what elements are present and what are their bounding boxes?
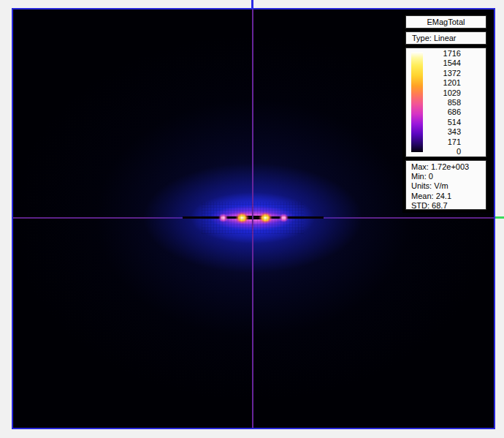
colorbar-tick: 343	[427, 127, 461, 137]
stat-min: Min: 0	[411, 172, 486, 181]
horizontal-axis-marker-icon	[495, 216, 504, 219]
colorbar-section: 1716 1544 1372 1201 1029 858 686 514 343…	[405, 48, 486, 157]
colorbar-tick: 1544	[427, 58, 461, 68]
field-cell-grid	[202, 202, 304, 234]
colorbar-tick: 0	[427, 147, 461, 156]
colorbar-tick: 1716	[427, 49, 461, 58]
legend-title: EMagTotal	[405, 15, 486, 29]
colorbar-tick: 514	[427, 118, 461, 127]
stat-units: Units: V/m	[411, 181, 486, 191]
stat-max: Max: 1.72e+003	[411, 162, 486, 172]
colorbar-tick: 171	[427, 137, 461, 147]
colorbar-tick: 858	[427, 98, 461, 107]
field-plot-window: EMagTotal Type: Linear 1716 1544 1372 12…	[0, 0, 504, 438]
colorbar-tick: 1372	[427, 69, 461, 78]
legend-stats-section: Max: 1.72e+003 Min: 0 Units: V/m Mean: 2…	[405, 160, 486, 210]
colorbar-tick: 686	[427, 107, 461, 117]
stat-std: STD: 68.7	[411, 201, 486, 211]
colorbar-tick-labels: 1716 1544 1372 1201 1029 858 686 514 343…	[427, 49, 461, 156]
stat-mean: Mean: 24.1	[411, 192, 486, 201]
colorbar-gradient	[411, 52, 423, 152]
legend-panel[interactable]: EMagTotal Type: Linear 1716 1544 1372 12…	[402, 12, 491, 213]
legend-scale-type: Type: Linear	[405, 31, 486, 45]
colorbar-tick: 1201	[427, 78, 461, 88]
colorbar-tick: 1029	[427, 88, 461, 98]
vertical-axis-marker-icon	[251, 0, 253, 9]
